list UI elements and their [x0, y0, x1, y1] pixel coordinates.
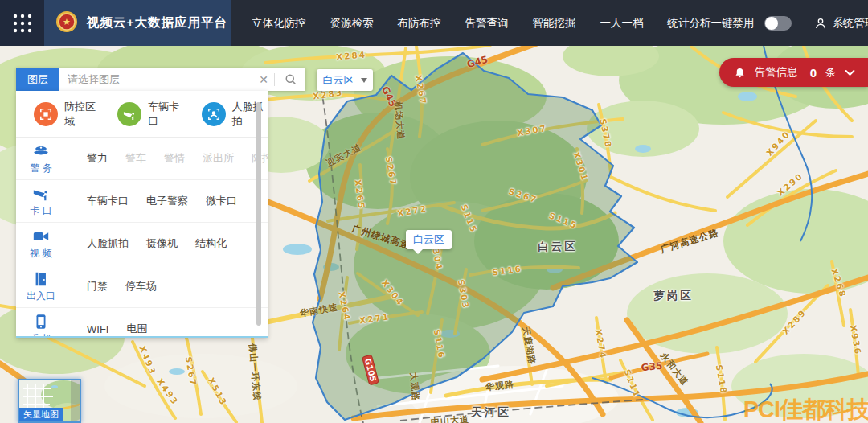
alarm-unit: 条: [825, 65, 836, 80]
district-tooltip: 白云区: [406, 230, 452, 249]
topbar: ★ 视频云+大数据应用平台 立体化防控 资源检索 布防布控 告警查询 智能挖掘 …: [0, 0, 868, 46]
cctv-icon: [117, 102, 141, 126]
district-selector-value: 白云区: [323, 73, 354, 88]
alarm-banner[interactable]: 告警信息 0 条: [719, 58, 868, 87]
vendor-watermark: PCI佳都科技: [743, 394, 868, 423]
police-emblem-logo: ★: [55, 10, 79, 37]
main-nav: 立体化防控 资源检索 布防布控 告警查询 智能挖掘 一人一档 统计分析: [252, 16, 711, 31]
layer-quick-buttons: 防控区域 车辆卡口: [16, 91, 268, 138]
alarm-label: 告警信息: [755, 65, 798, 80]
layer-item-parking-lot[interactable]: 停车场: [125, 279, 157, 294]
nav-item-alarm-query[interactable]: 告警查询: [465, 16, 509, 31]
panel-scrollbar[interactable]: [256, 102, 261, 326]
layer-item-electronic-police[interactable]: 电子警察: [146, 194, 188, 208]
group-name: 警 务: [30, 162, 51, 175]
clear-search-icon[interactable]: ✕: [253, 73, 274, 86]
layer-panel: 防控区域 车辆卡口: [16, 91, 268, 338]
apps-grid-button[interactable]: [0, 0, 44, 46]
brand: ★ 视频云+大数据应用平台: [44, 0, 231, 46]
nav-item-resource-search[interactable]: 资源检索: [330, 16, 374, 31]
quick-disable-toggle[interactable]: [764, 16, 792, 31]
user-menu[interactable]: 系统管理员: [814, 16, 868, 31]
grid-icon: [12, 13, 33, 34]
face-capture-icon: [202, 102, 226, 126]
bell-icon: [734, 67, 746, 79]
group-name: 卡 口: [30, 204, 51, 218]
layer-group-checkpoint: 卡 口 车辆卡口 电子警察 微卡口: [16, 180, 268, 223]
chevron-down-icon[interactable]: [845, 69, 855, 76]
alarm-count: 0: [810, 66, 817, 80]
layer-item-police-car[interactable]: 警车: [125, 151, 146, 166]
layer-group-header: 出入口: [16, 265, 66, 307]
group-name: 出入口: [27, 290, 55, 303]
layer-item-micro-checkpoint[interactable]: 微卡口: [206, 194, 237, 208]
layer-search-header: 图层 ✕: [16, 68, 305, 91]
quick-button-label: 人脸抓拍: [232, 100, 268, 129]
video-camera-icon: [32, 228, 50, 245]
user-name: 系统管理员: [833, 16, 868, 31]
quick-button-defense-area[interactable]: 防控区域: [34, 100, 100, 129]
nav-item-deployment-control[interactable]: 布防布控: [398, 16, 441, 31]
app-root: X284X283X267G45G45机场大道迎宾大道X265S267X272广州…: [0, 0, 868, 423]
layer-group-entrance: 出入口 门禁 停车场: [16, 265, 268, 308]
layer-item-vehicle-checkpoint[interactable]: 车辆卡口: [87, 194, 129, 208]
layer-item-electric-fence[interactable]: 电围: [126, 322, 147, 336]
quick-button-label: 防控区域: [64, 100, 100, 129]
layer-item-police-incident[interactable]: 警情: [164, 151, 185, 166]
checkpoint-camera-icon: [32, 185, 50, 203]
layer-group-header: 卡 口: [16, 180, 66, 222]
layer-group-police: 警 务 警力 警车 警情 派出所 防控点: [16, 138, 268, 180]
nav-item-smart-mining[interactable]: 智能挖掘: [533, 16, 576, 31]
layer-group-mobile: 手 机 WIFI 电围: [16, 308, 268, 338]
police-cap-icon: [32, 142, 50, 160]
group-name: 视 频: [30, 247, 51, 261]
layer-search-input[interactable]: [59, 73, 253, 85]
quick-disable-label: 一键禁用: [711, 16, 755, 31]
quick-button-vehicle-checkpoint[interactable]: 车辆卡口: [117, 100, 183, 129]
search-icon: [285, 73, 297, 85]
user-icon: [814, 17, 827, 30]
nav-item-one-person-one-file[interactable]: 一人一档: [600, 16, 644, 31]
layer-item-police-station[interactable]: 派出所: [203, 151, 234, 166]
nav-item-statistics-analysis[interactable]: 统计分析: [668, 16, 711, 31]
minimap-switcher[interactable]: 矢量地图: [18, 379, 81, 423]
map-type-label: 矢量地图: [19, 408, 63, 421]
group-name: 手 机: [30, 332, 51, 339]
phone-icon: [32, 313, 50, 331]
layer-item-access-control[interactable]: 门禁: [87, 279, 108, 294]
svg-text:★: ★: [63, 17, 71, 27]
quick-button-label: 车辆卡口: [148, 100, 183, 129]
district-selector[interactable]: 白云区: [317, 69, 373, 91]
layer-item-wifi[interactable]: WIFI: [87, 323, 108, 335]
layer-group-header: 视 频: [16, 223, 66, 265]
area-frame-icon: [34, 102, 58, 126]
search-button[interactable]: [275, 73, 305, 85]
layer-item-camera[interactable]: 摄像机: [146, 236, 178, 251]
layer-group-header: 警 务: [16, 138, 66, 179]
toggle-knob: [765, 17, 778, 30]
layer-item-face-capture[interactable]: 人脸抓拍: [87, 236, 129, 251]
topbar-right: 一键禁用 系统管理员: [711, 15, 868, 31]
layer-item-police-force[interactable]: 警力: [87, 151, 108, 166]
layer-group-header: 手 机: [16, 308, 66, 338]
layer-group-video: 视 频 人脸抓拍 摄像机 结构化: [16, 223, 268, 265]
door-icon: [32, 270, 50, 288]
layer-item-structured[interactable]: 结构化: [195, 236, 227, 251]
nav-item-3d-defense[interactable]: 立体化防控: [252, 16, 306, 31]
app-title: 视频云+大数据应用平台: [87, 14, 227, 31]
caret-down-icon: [361, 78, 367, 86]
layers-tab[interactable]: 图层: [16, 68, 59, 91]
